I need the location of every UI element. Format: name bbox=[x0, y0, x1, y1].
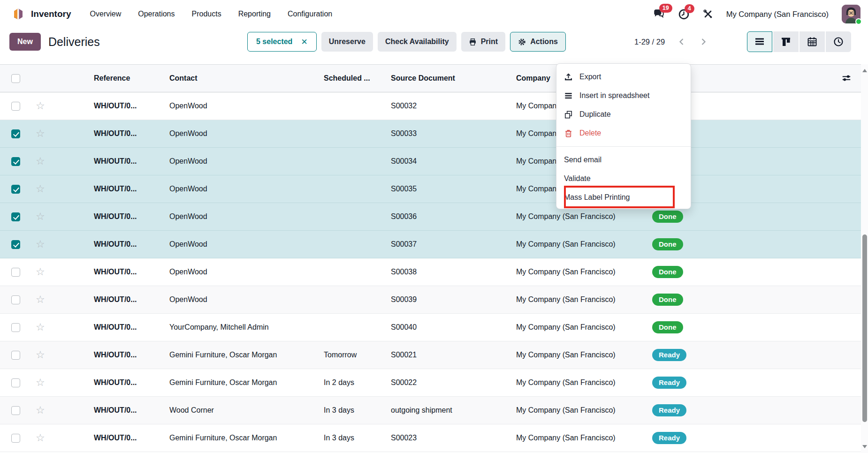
row-checkbox[interactable] bbox=[11, 378, 20, 387]
row-checkbox[interactable] bbox=[11, 295, 20, 304]
menu-item-delete[interactable]: Delete bbox=[556, 124, 691, 143]
contact-cell: OpenWood bbox=[168, 185, 322, 193]
print-button[interactable]: Print bbox=[461, 32, 505, 52]
scrollbar-thumb[interactable] bbox=[862, 234, 867, 422]
app-name[interactable]: Inventory bbox=[31, 9, 71, 19]
table-row[interactable]: ☆ WH/OUT/0... YourCompany, Mitchell Admi… bbox=[0, 314, 861, 341]
scroll-down-arrow[interactable] bbox=[862, 445, 867, 448]
selection-counter[interactable]: 5 selected ✕ bbox=[247, 32, 317, 52]
row-checkbox[interactable] bbox=[11, 240, 20, 249]
favorite-star-icon[interactable]: ☆ bbox=[36, 100, 45, 112]
favorite-star-icon[interactable]: ☆ bbox=[36, 432, 45, 444]
status-badge: Ready bbox=[652, 432, 686, 445]
table-row[interactable]: ☆ WH/OUT/0... Gemini Furniture, Oscar Mo… bbox=[0, 424, 861, 452]
contact-cell: OpenWood bbox=[168, 212, 322, 221]
optional-columns-icon[interactable] bbox=[841, 73, 852, 83]
favorite-star-icon[interactable]: ☆ bbox=[36, 404, 45, 416]
reference-cell: WH/OUT/0... bbox=[92, 323, 168, 332]
company-cell: My Company (San Francisco) bbox=[514, 240, 650, 249]
menu-item-label: Export bbox=[579, 73, 601, 81]
company-cell: My Company (San Francisco) bbox=[514, 295, 650, 304]
vertical-scrollbar[interactable] bbox=[861, 64, 868, 453]
row-checkbox[interactable] bbox=[11, 323, 20, 332]
favorite-star-icon[interactable]: ☆ bbox=[36, 377, 45, 388]
unreserve-button[interactable]: Unreserve bbox=[321, 32, 373, 52]
reference-cell: WH/OUT/0... bbox=[92, 378, 168, 387]
row-checkbox[interactable] bbox=[11, 185, 20, 194]
table-row[interactable]: ☆ WH/OUT/0... OpenWood S00036 My Company… bbox=[0, 203, 861, 231]
favorite-star-icon[interactable]: ☆ bbox=[36, 183, 45, 195]
favorite-star-icon[interactable]: ☆ bbox=[36, 128, 45, 139]
table-row[interactable]: ☆ WH/OUT/0... OpenWood S00039 My Company… bbox=[0, 286, 861, 314]
activity-view-button[interactable] bbox=[826, 31, 851, 52]
status-badge: Done bbox=[652, 211, 683, 223]
menu-item-send-email[interactable]: Send email bbox=[556, 151, 691, 169]
table-row[interactable]: ☆ WH/OUT/0... OpenWood S00034 My Company… bbox=[0, 148, 861, 175]
select-all-checkbox[interactable] bbox=[11, 74, 20, 83]
check-availability-button[interactable]: Check Availability bbox=[378, 32, 457, 52]
row-checkbox[interactable] bbox=[11, 268, 20, 277]
menu-item-label: Mass Label Printing bbox=[564, 193, 630, 202]
table-row[interactable]: ☆ WH/OUT/0... Gemini Furniture, Oscar Mo… bbox=[0, 341, 861, 369]
contact-column-header[interactable]: Contact bbox=[168, 74, 322, 83]
source-document-column-header[interactable]: Source Document bbox=[389, 74, 514, 83]
table-row[interactable]: ☆ WH/OUT/0... OpenWood S00033 My Company… bbox=[0, 120, 861, 148]
clear-selection-icon[interactable]: ✕ bbox=[301, 37, 307, 47]
company-cell: My Company (San Francisco) bbox=[514, 212, 650, 221]
table-row[interactable]: ☆ WH/OUT/0... OpenWood S00032 My Company… bbox=[0, 92, 861, 120]
user-avatar[interactable] bbox=[842, 5, 860, 23]
row-checkbox[interactable] bbox=[11, 157, 20, 166]
menu-operations[interactable]: Operations bbox=[138, 10, 175, 18]
row-checkbox[interactable] bbox=[11, 102, 20, 111]
favorite-star-icon[interactable]: ☆ bbox=[36, 155, 45, 167]
pager-previous-button[interactable] bbox=[672, 35, 691, 48]
pager-next-button[interactable] bbox=[694, 35, 713, 48]
favorite-star-icon[interactable]: ☆ bbox=[36, 238, 45, 250]
favorite-star-icon[interactable]: ☆ bbox=[36, 211, 45, 222]
messages-button[interactable]: 19 bbox=[653, 8, 665, 20]
company-switcher[interactable]: My Company (San Francisco) bbox=[726, 10, 829, 19]
list-view-button[interactable] bbox=[747, 31, 772, 52]
kanban-view-icon bbox=[781, 37, 791, 47]
menu-products[interactable]: Products bbox=[191, 10, 221, 18]
activities-button[interactable]: 4 bbox=[678, 8, 690, 20]
favorite-star-icon[interactable]: ☆ bbox=[36, 321, 45, 333]
status-badge: Ready bbox=[652, 404, 686, 417]
scroll-up-arrow[interactable] bbox=[862, 69, 867, 72]
debug-tools-button[interactable] bbox=[703, 9, 713, 19]
actions-button[interactable]: Actions bbox=[510, 32, 566, 52]
source-document-cell: S00038 bbox=[389, 268, 514, 276]
menu-configuration[interactable]: Configuration bbox=[288, 10, 332, 18]
scheduled-cell: In 3 days bbox=[322, 434, 389, 442]
row-checkbox[interactable] bbox=[11, 129, 20, 138]
favorite-star-icon[interactable]: ☆ bbox=[36, 266, 45, 278]
table-row[interactable]: ☆ WH/OUT/0... OpenWood S00035 My Company… bbox=[0, 175, 861, 203]
contact-cell: Gemini Furniture, Oscar Morgan bbox=[168, 434, 322, 442]
inventory-app-icon[interactable] bbox=[11, 7, 25, 21]
row-checkbox[interactable] bbox=[11, 212, 20, 221]
favorite-star-icon[interactable]: ☆ bbox=[36, 294, 45, 305]
table-row[interactable]: ☆ WH/OUT/0... Gemini Furniture, Oscar Mo… bbox=[0, 369, 861, 397]
row-checkbox[interactable] bbox=[11, 406, 20, 415]
menu-item-label: Delete bbox=[579, 129, 601, 137]
menu-item-duplicate[interactable]: Duplicate bbox=[556, 105, 691, 124]
menu-item-export[interactable]: Export bbox=[556, 68, 691, 86]
scheduled-column-header[interactable]: Scheduled ... bbox=[322, 74, 389, 83]
favorite-star-icon[interactable]: ☆ bbox=[36, 349, 45, 361]
status-badge: Done bbox=[652, 321, 683, 334]
table-row[interactable]: ☆ WH/OUT/0... OpenWood S00038 My Company… bbox=[0, 258, 861, 286]
table-row[interactable]: ☆ WH/OUT/0... Wood Corner In 3 days outg… bbox=[0, 397, 861, 424]
row-checkbox[interactable] bbox=[11, 351, 20, 360]
contact-cell: OpenWood bbox=[168, 240, 322, 249]
menu-overview[interactable]: Overview bbox=[90, 10, 122, 18]
reference-column-header[interactable]: Reference bbox=[92, 74, 168, 83]
menu-reporting[interactable]: Reporting bbox=[238, 10, 271, 18]
calendar-view-button[interactable] bbox=[799, 31, 825, 52]
new-button[interactable]: New bbox=[9, 33, 41, 51]
kanban-view-button[interactable] bbox=[773, 31, 799, 52]
menu-item-insert-in-spreadsheet[interactable]: Insert in spreadsheet bbox=[556, 86, 691, 105]
menu-item-mass-label-printing[interactable]: Mass Label Printing bbox=[556, 188, 691, 207]
table-row[interactable]: ☆ WH/OUT/0... OpenWood S00037 My Company… bbox=[0, 231, 861, 258]
menu-item-validate[interactable]: Validate bbox=[556, 169, 691, 188]
row-checkbox[interactable] bbox=[11, 434, 20, 443]
